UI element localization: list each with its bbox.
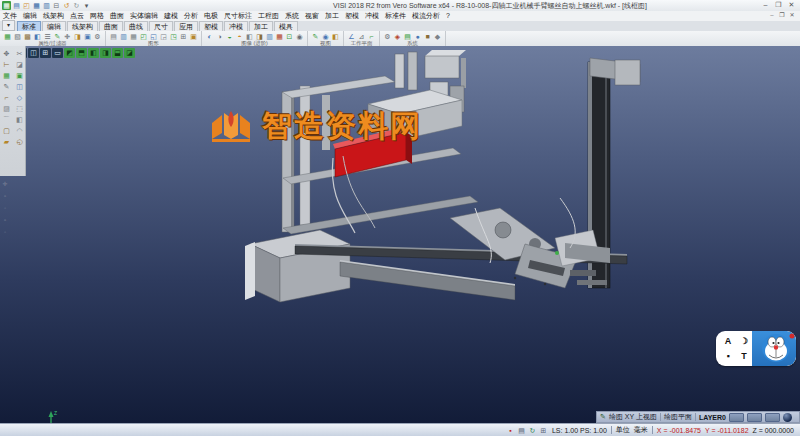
mdi-restore-button[interactable]: ❐	[777, 11, 787, 20]
close-button[interactable]: ✕	[785, 0, 798, 10]
settings-icon[interactable]: ⚙	[383, 32, 392, 41]
box-icon[interactable]: ▢	[2, 126, 11, 135]
filter-icon[interactable]: ▧	[13, 32, 22, 41]
menu-flow-analysis[interactable]: 模流分析	[409, 11, 443, 21]
render-icon[interactable]: ◐	[205, 32, 214, 41]
frame-icon[interactable]: ⬚	[15, 104, 24, 113]
menu-machining[interactable]: 加工	[322, 11, 342, 21]
menu-wireframe[interactable]: 线架构	[40, 11, 67, 21]
mirror-icon[interactable]: ◧	[15, 115, 24, 124]
snap-grid-icon[interactable]: ▦	[2, 71, 11, 80]
status-button-3[interactable]	[765, 413, 780, 422]
view-bottom-icon[interactable]: ◪	[124, 48, 135, 58]
menu-help[interactable]: ?	[443, 11, 453, 21]
view-iso-icon[interactable]: ◩	[64, 48, 75, 58]
material-icon[interactable]: ◒	[225, 32, 234, 41]
tab-standard[interactable]: 标准	[17, 21, 41, 31]
mini-tool-icon-3[interactable]: ◦	[1, 204, 9, 212]
tab-progress-die[interactable]: 冲模	[224, 21, 248, 31]
view-top-icon[interactable]: ⬒	[76, 48, 87, 58]
menu-edit[interactable]: 编辑	[20, 11, 40, 21]
tab-wireframe[interactable]: 线架构	[67, 21, 98, 31]
pan-icon[interactable]: ◲	[159, 32, 168, 41]
shaded-icon[interactable]: ▥	[119, 32, 128, 41]
sketch-icon[interactable]: ✎	[2, 82, 11, 91]
tab-mould[interactable]: 塑模	[199, 21, 223, 31]
tab-edit[interactable]: 编辑	[42, 21, 66, 31]
active-layer-label[interactable]: LAYER0	[699, 414, 726, 421]
snap-point-icon[interactable]: ✥	[2, 49, 11, 58]
save-icon[interactable]: ▦	[32, 1, 41, 10]
group-icon[interactable]: ▣	[83, 32, 92, 41]
menu-solid-edit[interactable]: 实体编辑	[127, 11, 161, 21]
view-side-icon[interactable]: ◨	[100, 48, 111, 58]
new-file-icon[interactable]: ▤	[12, 1, 21, 10]
section-icon[interactable]: ▦	[275, 32, 284, 41]
menu-progress[interactable]: 冲模	[362, 11, 382, 21]
save-all-icon[interactable]: ▥	[42, 1, 51, 10]
ime-language-icon[interactable]: A	[725, 336, 732, 346]
mini-tool-icon-2[interactable]: ▫	[1, 192, 9, 200]
view-plane-label[interactable]: 绘图 XY 上视图	[609, 412, 657, 422]
redraw-icon[interactable]: ◳	[169, 32, 178, 41]
menu-drawing[interactable]: 工程图	[255, 11, 282, 21]
open-file-icon[interactable]: ◰	[22, 1, 31, 10]
attribute-icon[interactable]: ▦	[3, 32, 12, 41]
annotate-icon[interactable]: ✎	[311, 32, 320, 41]
layer-icon[interactable]: ▩	[23, 32, 32, 41]
mini-tool-icon-4[interactable]: ▫	[1, 216, 9, 224]
surface-icon[interactable]: ◇	[15, 93, 24, 102]
wireframe-icon[interactable]: ▤	[109, 32, 118, 41]
undo-icon[interactable]: ↺	[62, 1, 71, 10]
cad-model-screw-machine[interactable]	[225, 48, 655, 328]
mini-tool-icon-1[interactable]: ✛	[1, 180, 9, 188]
layout-quad-icon[interactable]: ⊞	[40, 48, 51, 58]
print-icon[interactable]: ⊟	[52, 1, 61, 10]
zoom-all-icon[interactable]: ◰	[139, 32, 148, 41]
grid-icon[interactable]: ⊞	[179, 32, 188, 41]
mask-icon[interactable]: ◨	[73, 32, 82, 41]
menu-electrode[interactable]: 电极	[201, 11, 221, 21]
check-icon[interactable]: ▣	[15, 71, 24, 80]
hidden-line-icon[interactable]: ▦	[129, 32, 138, 41]
unit-value[interactable]: 毫米	[634, 425, 648, 435]
view-back-icon[interactable]: ⬓	[112, 48, 123, 58]
arc-icon[interactable]: ◠	[15, 126, 24, 135]
menu-mould[interactable]: 塑模	[342, 11, 362, 21]
profile-icon[interactable]: ⌒	[2, 115, 11, 124]
tab-dropdown-icon[interactable]: ▾	[2, 20, 15, 31]
menu-system[interactable]: 系统	[282, 11, 302, 21]
record-icon[interactable]: ▪	[506, 426, 515, 435]
menu-dimension[interactable]: 尺寸标注	[221, 11, 255, 21]
units-icon[interactable]: ■	[423, 32, 432, 41]
tab-surface[interactable]: 曲面	[99, 21, 123, 31]
menu-mesh[interactable]: 网格	[87, 11, 107, 21]
3d-viewport[interactable]: 智造资料网 ☰▱◫⊞▭◩⬒◧◨⬓◪ ☰▤▥▦▧▨ Z X Y	[0, 46, 800, 423]
tab-machining[interactable]: 加工	[249, 21, 273, 31]
copy-icon[interactable]: ◫	[15, 82, 24, 91]
maximize-button[interactable]: ❐	[772, 0, 785, 10]
doraemon-skin[interactable]	[752, 331, 796, 366]
shadow-icon[interactable]: ◑	[215, 32, 224, 41]
menu-pointcloud[interactable]: 点云	[67, 11, 87, 21]
stamp-icon[interactable]: ▨	[2, 104, 11, 113]
snap-mid-icon[interactable]: ⊢	[2, 60, 11, 69]
camera-icon[interactable]: ◉	[295, 32, 304, 41]
ime-toolbar-widget[interactable]: A ☽ ▪ T	[716, 331, 796, 366]
tab-curve[interactable]: 曲线	[124, 21, 148, 31]
colors-icon[interactable]: ◈	[393, 32, 402, 41]
status-button-1[interactable]	[729, 413, 744, 422]
compass-ball-icon[interactable]	[783, 413, 792, 422]
grid-toggle-icon[interactable]: ⊞	[539, 426, 548, 435]
view-front-icon[interactable]: ◧	[88, 48, 99, 58]
qat-dropdown-icon[interactable]: ▾	[82, 1, 91, 10]
ime-moon-icon[interactable]: ☽	[740, 336, 748, 346]
drawing-plane-label[interactable]: 绘图平面	[664, 412, 692, 422]
menu-window[interactable]: 视窗	[302, 11, 322, 21]
calc-icon[interactable]: ◆	[433, 32, 442, 41]
mini-tool-icon-5[interactable]: ◦	[1, 228, 9, 236]
erase-icon[interactable]: ◪	[15, 60, 24, 69]
sweep-icon[interactable]: ◵	[15, 137, 24, 146]
ime-dot-icon[interactable]: ▪	[726, 351, 729, 361]
props-icon[interactable]: ⚙	[93, 32, 102, 41]
